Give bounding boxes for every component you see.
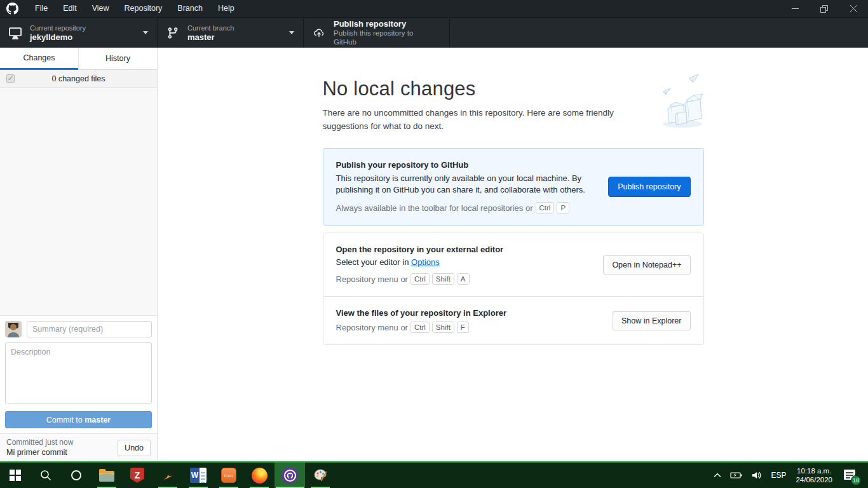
restore-button[interactable] [810, 0, 839, 17]
zotero-icon: Z [130, 468, 144, 483]
windows-taskbar: Z W icon [0, 463, 868, 488]
tab-history[interactable]: History [78, 48, 157, 70]
zotero-button[interactable]: Z [122, 463, 153, 488]
file-explorer-button[interactable] [92, 463, 122, 488]
publish-repository-title: Publish repository [334, 19, 434, 29]
kbd-a: A [457, 273, 470, 285]
word-icon: W [190, 468, 207, 483]
current-repository-label: Current repository [30, 24, 86, 32]
explorer-card-title: View the files of your repository in Exp… [336, 308, 602, 318]
undo-button[interactable]: Undo [118, 440, 151, 456]
cortana-ring-icon [70, 469, 83, 482]
publish-repository-button[interactable]: Publish repository [608, 177, 690, 197]
start-button[interactable] [0, 463, 31, 488]
page-title: No local changes [323, 78, 704, 100]
system-tray: ESP 10:18 a.m. 24/06/2020 18 [709, 463, 868, 488]
paint-button[interactable] [305, 463, 336, 488]
publish-repository-toolbar-button[interactable]: Publish repository Publish this reposito… [304, 18, 450, 48]
kbd-p: P [557, 202, 569, 214]
search-icon [39, 469, 52, 482]
github-desktop-button[interactable] [275, 463, 305, 488]
menu-branch[interactable]: Branch [170, 0, 210, 17]
commit-button-prefix: Commit to [46, 416, 85, 424]
current-repository-value: jekylldemo [30, 32, 86, 42]
icon-app-button[interactable]: icon [214, 463, 244, 488]
toolbar: Current repository jekylldemo Current br… [0, 18, 868, 48]
winamp-lightning-icon [160, 468, 175, 483]
options-link[interactable]: Options [411, 257, 440, 267]
firefox-icon [252, 468, 268, 484]
cortana-button[interactable] [61, 463, 92, 488]
page-subtitle: There are no uncommitted changes in this… [323, 107, 644, 133]
notification-center-button[interactable]: 18 [837, 463, 863, 488]
github-desktop-icon [281, 467, 298, 484]
sidebar: Changes History ✓ 0 changed files [0, 48, 158, 461]
github-desktop-window: File Edit View Repository Branch Help [0, 0, 868, 488]
select-all-checkbox[interactable]: ✓ [6, 74, 15, 83]
taskbar-search-button[interactable] [31, 463, 61, 488]
firefox-button[interactable] [244, 463, 275, 488]
editor-shortcut-hint: Repository menu orCtrlShiftA [336, 273, 592, 285]
tray-volume[interactable] [747, 463, 766, 488]
last-commit-bar: Committed just now Mi primer commit Undo [0, 433, 157, 461]
menu-view[interactable]: View [85, 0, 117, 17]
tray-chevron-up[interactable] [709, 463, 726, 488]
close-button[interactable] [839, 0, 868, 17]
publish-card-hint: Always available in the toolbar for loca… [336, 202, 597, 214]
language-indicator[interactable]: ESP [766, 463, 790, 488]
menu-bar: File Edit View Repository Branch Help [27, 0, 242, 17]
current-branch-value: master [187, 32, 234, 42]
winamp-button[interactable] [153, 463, 183, 488]
editor-hint-text: Select your editor in [336, 257, 412, 267]
folder-icon [98, 468, 115, 482]
menu-help[interactable]: Help [210, 0, 242, 17]
show-explorer-section: View the files of your repository in Exp… [323, 296, 703, 344]
current-branch-label: Current branch [187, 24, 234, 32]
suggestions-card: Open the repository in your external edi… [323, 233, 704, 345]
title-bar: File Edit View Repository Branch Help [0, 0, 868, 18]
open-in-notepad-button[interactable]: Open in Notepad++ [603, 255, 690, 274]
paint-palette-icon [313, 468, 328, 483]
commit-message-text: Mi primer commit [6, 447, 118, 458]
user-avatar [5, 321, 22, 337]
menu-edit[interactable]: Edit [55, 0, 85, 17]
publish-repository-subtitle: Publish this repository to GitHub [334, 29, 434, 46]
icon-app-icon: icon [221, 468, 236, 483]
show-in-explorer-button[interactable]: Show in Explorer [613, 311, 691, 330]
changed-files-count: 0 changed files [51, 74, 105, 83]
kbd-shift: Shift [432, 322, 454, 333]
menu-file[interactable]: File [27, 0, 55, 17]
kbd-ctrl: Ctrl [410, 273, 430, 285]
description-input[interactable] [5, 342, 152, 403]
notification-count-badge: 18 [851, 475, 861, 485]
battery-charging-icon [730, 471, 743, 479]
editor-card-title: Open the repository in your external edi… [336, 245, 592, 254]
kbd-shift: Shift [432, 273, 454, 285]
tray-battery[interactable] [726, 463, 747, 488]
chevron-down-icon [289, 31, 294, 34]
summary-input[interactable] [27, 321, 152, 337]
commit-status-text: Committed just now [6, 438, 118, 447]
tab-changes[interactable]: Changes [0, 48, 78, 70]
main-content: No local changes There are no uncommitte… [158, 48, 868, 461]
kbd-ctrl: Ctrl [536, 202, 555, 214]
publish-hint-text: Always available in the toolbar for loca… [336, 203, 533, 213]
commit-to-master-button[interactable]: Commit to master [5, 411, 152, 428]
current-repository-dropdown[interactable]: Current repository jekylldemo [0, 18, 158, 48]
menu-repository[interactable]: Repository [117, 0, 170, 17]
changed-files-header: ✓ 0 changed files [0, 70, 157, 88]
desktop-computer-icon [9, 27, 22, 39]
changed-files-list [0, 88, 157, 315]
word-button[interactable]: W [183, 463, 214, 488]
minimize-button[interactable] [780, 0, 810, 17]
taskbar-clock[interactable]: 10:18 a.m. 24/06/2020 [790, 466, 837, 484]
kbd-ctrl: Ctrl [410, 322, 430, 333]
publish-card-title: Publish your repository to GitHub [336, 160, 597, 170]
clock-time: 10:18 a.m. [796, 466, 832, 475]
current-branch-dropdown[interactable]: Current branch master [158, 18, 304, 48]
publish-card-body: This repository is currently only availa… [336, 173, 597, 196]
cloud-upload-icon [313, 27, 325, 39]
git-branch-icon [166, 27, 179, 39]
paper-stack-illustration [654, 72, 708, 130]
publish-suggestion-card: Publish your repository to GitHub This r… [323, 148, 704, 226]
